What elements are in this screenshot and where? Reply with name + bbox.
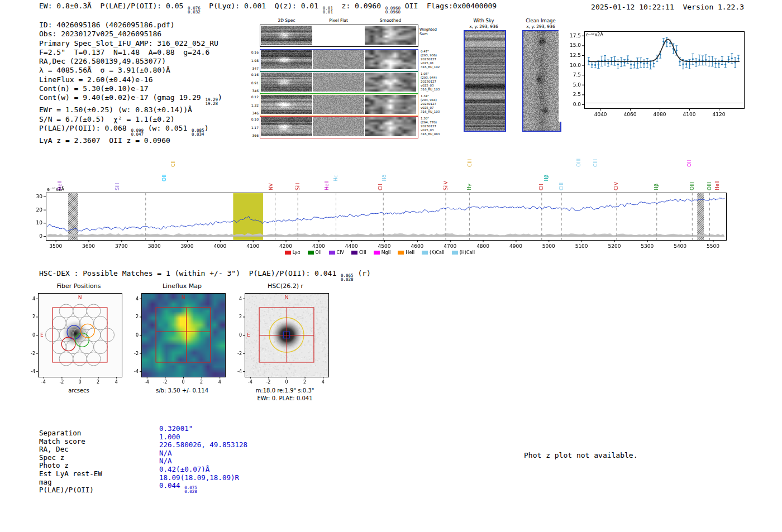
smoothed-image: [365, 50, 416, 69]
spec2d-row-stats: 0.160.91346: [247, 73, 259, 93]
clean-image-title: Clean Image: [518, 18, 563, 23]
annotation-line: v025_01: [421, 61, 449, 65]
hsc-caption-magnitude: m:18.0 re:1.9" s:0.3": [229, 387, 341, 394]
annotation-line: (294, 770): [421, 121, 449, 124]
text-segment: 18.09(18.09,18.09)R: [159, 473, 239, 482]
spec2d-row-stats: 0.161.98347: [247, 50, 259, 70]
stat-value: 0.12: [251, 95, 259, 99]
match-row-value: 0.044 0.0750.028: [159, 481, 197, 493]
match-row-label: Spec z: [39, 453, 64, 462]
fraction-lower: 0.028: [184, 490, 197, 493]
info-line: EWr = 1.50(±0.25) (w: 0.83(±0.14))Å: [39, 106, 222, 114]
stat-value: 347: [252, 66, 259, 70]
stat-value: 346: [252, 89, 259, 93]
match-row-value: 1.000: [159, 433, 180, 441]
spec2d-cutout-panel: 0.161.983470.47"(293, 936)20230127v025_0…: [247, 0, 449, 145]
match-row-label: Separation: [39, 429, 81, 437]
text-segment: LyA z = 2.3607 OII z = 0.0960: [39, 136, 170, 145]
pixelflat-image: [313, 73, 364, 92]
info-line: Cont(n) = 5.30(±0.10)e-17: [39, 84, 222, 93]
legend-item: HeII: [398, 250, 414, 255]
spec2d-row-annotation: 1.34"(293, 944)20230127v025_07316_RU_103: [421, 94, 449, 114]
text-segment: 1.000: [159, 433, 180, 441]
info-line: ID: 4026095186 (4026095186.pdf): [39, 21, 222, 30]
match-row-label: P(LAE)/P(OII): [39, 486, 94, 494]
legend-swatch: [374, 251, 380, 255]
text-segment: Cont(n) = 5.30(±0.10)e-17: [39, 84, 149, 93]
legend-label: CIII: [359, 250, 366, 255]
stacked-fraction: 0.0760.032: [188, 6, 201, 14]
text-segment: EWr = 1.50(±0.25) (w: 0.83(±0.14))Å: [39, 106, 192, 114]
spec2d-row-images: [260, 71, 418, 94]
info-line: P(LAE)/P(OII): 0.068 0.0990.047 (w: 0.05…: [39, 124, 222, 136]
info-line: Cont(w) = 9.40(±0.02)e-17 (gmag 19.29 19…: [39, 93, 222, 106]
spec2d-image: [261, 73, 312, 92]
pixelflat-image: [313, 95, 364, 114]
stacked-fraction: 0.0750.028: [184, 486, 197, 493]
spec2d-row-annotation: 1.05"(293, 944)20230127v025_03316_RU_103: [421, 72, 449, 92]
fiber-positions-plot: [29, 291, 125, 385]
annotation-line: 1.34": [421, 94, 449, 98]
detection-info-block: ID: 4026095186 (4026095186.pdf)Obs: 2023…: [39, 21, 222, 145]
info-line: LineFlux = 2.60(±0.44)e-16: [39, 75, 222, 84]
text-segment: ): [218, 93, 222, 102]
match-row-label: Photo z: [39, 461, 69, 469]
lineflux-caption: s/b: 3.50 +/- 0.114: [132, 387, 232, 394]
pixelflat-image: [313, 50, 364, 69]
annotation-line: v025_07: [421, 106, 449, 110]
match-row-label: mag: [39, 478, 52, 486]
annotation-line: 1.05": [421, 72, 449, 76]
info-line: Obs: 20230127v025_4026095186: [39, 30, 222, 39]
stat-value: 1.98: [251, 59, 259, 63]
spec2d-row-annotation: 1.30"(294, 770)20230127v025_03316_RU_083: [421, 117, 449, 136]
legend-label: CIV: [337, 250, 344, 255]
annotation-line: 316_RU_102: [421, 65, 449, 69]
lineflux-map-plot: [132, 291, 228, 385]
match-row-value: N/A: [159, 449, 172, 457]
annotation-line: (293, 936): [421, 54, 449, 57]
spectrum-legend: LyαOIICIVCIIIMgIIHeII(K)CaII(H)CaII: [34, 250, 726, 255]
text-segment: 0.42(±0.07)Å: [159, 465, 209, 473]
legend-swatch: [422, 251, 428, 255]
match-row-value: 226.580026, 49.853128: [159, 440, 247, 449]
text-segment: λ = 4085.56Å σ = 3.91(±0.80)Å: [39, 66, 170, 74]
info-line: RA,Dec (226.580139,49.853077): [39, 57, 222, 66]
text-segment: 0.32001": [159, 424, 193, 433]
fiber-positions-title: Fiber Positions: [29, 282, 128, 290]
spec2d-image: [261, 117, 312, 136]
legend-label: HeII: [406, 250, 414, 255]
catalog-match-table: Separation0.32001"Match score1.000RA, De…: [39, 429, 385, 504]
info-line: λ = 4085.56Å σ = 3.91(±0.80)Å: [39, 66, 222, 75]
legend-label: OII: [316, 250, 322, 255]
legend-swatch: [308, 251, 314, 255]
text-segment: N/A: [159, 449, 172, 457]
text-segment: (r): [354, 269, 371, 277]
hsc-cutout-title: HSC(26.2) r: [236, 282, 335, 290]
spec2d-image: [261, 26, 312, 45]
annotation-line: 316_RU_103: [421, 110, 449, 114]
annotation-line: 316_RU_083: [421, 132, 449, 136]
smoothed-image: [365, 117, 416, 136]
legend-label: (H)CaII: [460, 250, 475, 255]
legend-swatch: [398, 251, 404, 255]
clean-image: [522, 30, 561, 132]
text-segment: ID: 4026095186 (4026095186.pdf): [39, 21, 175, 29]
text-segment: RA,Dec (226.580139,49.853077): [39, 57, 166, 65]
with-sky-title: With Sky: [461, 18, 506, 23]
annotation-line: 0.47": [421, 50, 449, 54]
lineflux-map-title: Lineflux Map: [132, 282, 232, 290]
annotation-line: v025_03: [421, 128, 449, 132]
clean-image-coords: x, y: 293, 936: [518, 24, 563, 29]
info-line: F=2.5" T=0.137 N=1.48 A=0.88 g=24.6: [39, 48, 222, 57]
stat-value: 0.91: [251, 81, 259, 85]
legend-item: CIII: [351, 250, 366, 255]
text-segment: HSC-DEX : Possible Matches = 1 (within +…: [39, 269, 341, 277]
match-row-label: Est LyA rest-EW: [39, 469, 102, 478]
stacked-fraction: 0.0650.028: [341, 274, 354, 281]
legend-label: Lyα: [293, 250, 301, 255]
stacked-fraction: 0.0990.047: [131, 128, 144, 136]
pixelflat-image: [313, 117, 364, 136]
stat-value: 0.10: [251, 117, 259, 121]
annotation-line: (293, 944): [421, 76, 449, 80]
spec2d-row-stats: 0.121.32346: [247, 95, 259, 115]
